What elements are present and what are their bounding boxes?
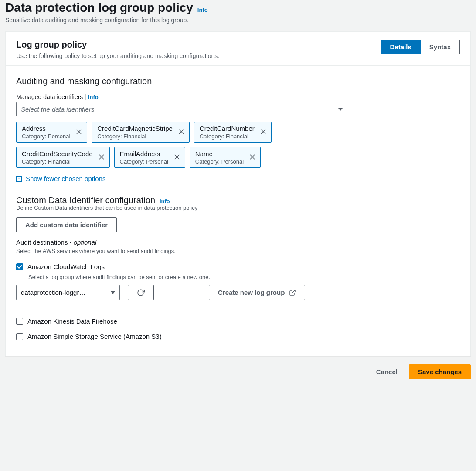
page-info-link[interactable]: Info — [197, 7, 208, 13]
caret-down-icon — [111, 291, 115, 294]
token-category: Category: Financial — [200, 133, 255, 140]
token-category: Category: Personal — [195, 158, 244, 165]
token-category: Category: Financial — [97, 133, 173, 140]
identifier-token: CreditCardMagneticStripeCategory: Financ… — [92, 122, 190, 143]
page-title: Data protection log group policy — [5, 1, 193, 14]
managed-identifiers-info-link[interactable]: Info — [88, 94, 99, 100]
remove-token-button[interactable] — [173, 154, 180, 162]
cloudwatch-logs-label: Amazon CloudWatch Logs — [27, 263, 105, 270]
page-subtitle: Sensitive data auditing and masking conf… — [5, 17, 471, 24]
remove-token-button[interactable] — [98, 154, 105, 162]
audit-destinations-label: Audit destinations - optional — [16, 239, 460, 246]
svg-line-12 — [292, 290, 295, 293]
s3-label: Amazon Simple Storage Service (Amazon S3… — [27, 333, 162, 340]
token-name: CreditCardMagneticStripe — [97, 125, 173, 132]
cancel-button[interactable]: Cancel — [371, 364, 403, 379]
identifier-token: NameCategory: Personal — [190, 147, 261, 168]
create-log-group-button[interactable]: Create new log group — [209, 285, 305, 300]
cloudwatch-logs-checkbox[interactable] — [16, 263, 23, 270]
managed-identifiers-label: Managed data identifiers|Info — [16, 93, 460, 100]
panel-description: Use the following policy to set up your … — [16, 52, 219, 59]
remove-token-button[interactable] — [260, 128, 267, 137]
token-name: Address — [22, 125, 70, 132]
cloudwatch-logs-description: Select a log group where audit findings … — [28, 274, 460, 280]
tab-syntax[interactable]: Syntax — [421, 40, 460, 54]
log-group-select[interactable]: dataprotection-loggr… — [16, 285, 120, 300]
remove-token-button[interactable] — [178, 128, 185, 137]
custom-identifier-description: Define Custom Data identifiers that can … — [16, 205, 460, 211]
caret-down-icon — [338, 108, 343, 111]
auditing-heading: Auditing and masking configuration — [16, 76, 460, 86]
identifier-token: EmailAddressCategory: Personal — [114, 147, 185, 168]
token-name: CreditCardNumber — [200, 125, 255, 132]
identifier-token: CreditCardNumberCategory: Financial — [194, 122, 272, 143]
custom-identifier-info-link[interactable]: Info — [160, 198, 170, 205]
token-category: Category: Financial — [22, 158, 93, 165]
kinesis-firehose-label: Amazon Kinesis Data Firehose — [27, 317, 117, 325]
token-name: EmailAddress — [120, 150, 168, 157]
audit-destinations-description: Select the AWS services where you want t… — [16, 248, 460, 254]
token-name: Name — [195, 150, 244, 157]
remove-token-button[interactable] — [75, 128, 82, 137]
view-toggle: Details Syntax — [381, 40, 460, 54]
s3-checkbox[interactable] — [16, 333, 23, 340]
identifier-token: AddressCategory: Personal — [16, 122, 87, 143]
token-category: Category: Personal — [22, 133, 70, 140]
selected-identifiers: AddressCategory: PersonalCreditCardMagne… — [16, 122, 347, 168]
tab-details[interactable]: Details — [381, 40, 421, 54]
remove-token-button[interactable] — [249, 154, 256, 162]
panel-title: Log group policy — [16, 40, 219, 50]
log-group-policy-panel: Log group policy Use the following polic… — [5, 31, 471, 356]
custom-identifier-heading: Custom Data Identifier configuration — [16, 195, 155, 205]
select-placeholder: Select the data identifiers — [21, 106, 94, 113]
identifier-token: CreditCardSecurityCodeCategory: Financia… — [16, 147, 110, 168]
add-custom-identifier-button[interactable]: Add custom data identifier — [16, 217, 117, 232]
collapse-icon: − — [16, 176, 22, 182]
show-fewer-toggle[interactable]: − Show fewer chosen options — [16, 175, 460, 182]
token-name: CreditCardSecurityCode — [22, 150, 93, 157]
refresh-button[interactable] — [128, 285, 154, 300]
save-changes-button[interactable]: Save changes — [409, 364, 471, 379]
kinesis-firehose-checkbox[interactable] — [16, 318, 23, 325]
managed-identifiers-select[interactable]: Select the data identifiers — [16, 102, 347, 116]
token-category: Category: Personal — [120, 158, 168, 165]
external-link-icon — [289, 289, 296, 296]
